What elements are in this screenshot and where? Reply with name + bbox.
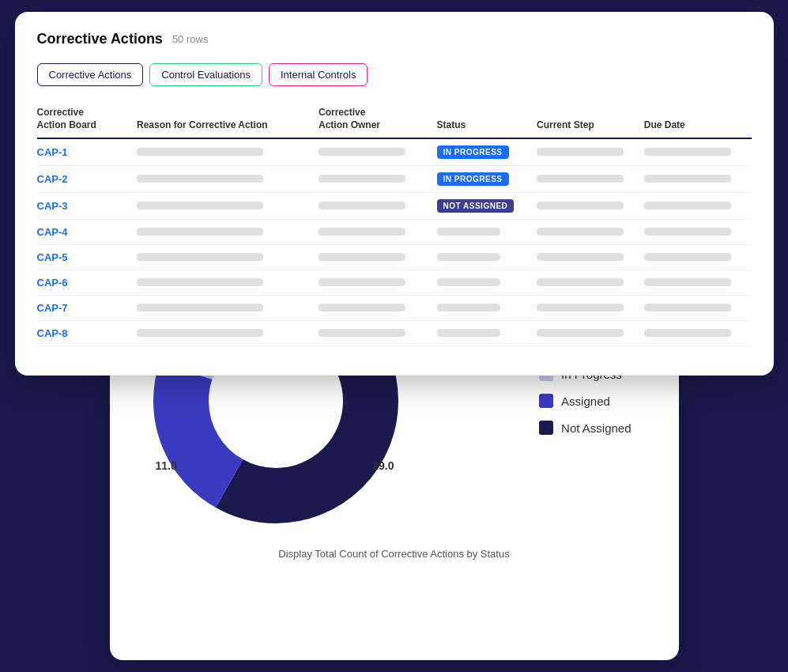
step-cell — [537, 193, 644, 220]
date-cell — [644, 220, 752, 245]
col-header-reason: Reason for Corrective Action — [137, 102, 319, 138]
step-cell — [537, 296, 644, 321]
table-row: CAP-3NOT ASSIGNED — [37, 193, 752, 220]
cap-link[interactable]: CAP-7 — [37, 302, 68, 314]
page-title: Corrective Actions — [37, 31, 163, 47]
status-badge: IN PROGRESS — [437, 145, 509, 159]
table-row: CAP-2IN PROGRESS — [37, 166, 752, 193]
swatch-notassigned — [539, 421, 553, 435]
reason-cell — [137, 296, 319, 321]
step-cell — [537, 245, 644, 270]
corrective-actions-table: CorrectiveAction Board Reason for Correc… — [37, 102, 752, 346]
legend-notassigned: Not Assigned — [539, 421, 631, 435]
cap-link[interactable]: CAP-1 — [37, 146, 68, 158]
col-header-owner: CorrectiveAction Owner — [319, 102, 437, 138]
status-cell — [437, 270, 537, 296]
table-row: CAP-5 — [37, 245, 752, 270]
status-cell — [437, 245, 537, 270]
date-cell — [644, 270, 752, 296]
row-count: 50 rows — [172, 33, 209, 45]
page-header: Corrective Actions 50 rows — [37, 31, 752, 47]
legend-label-notassigned: Not Assigned — [561, 421, 631, 435]
date-cell — [644, 245, 752, 270]
cap-link[interactable]: CAP-3 — [37, 200, 68, 212]
tabs-bar: Corrective Actions Control Evaluations I… — [37, 63, 752, 86]
chart-legend: In Progress Assigned Not Assigned — [539, 367, 631, 435]
legend-assigned: Assigned — [539, 394, 631, 408]
tab-corrective-actions[interactable]: Corrective Actions — [37, 63, 144, 86]
reason-cell — [137, 138, 319, 166]
step-cell — [537, 138, 644, 166]
cap-link[interactable]: CAP-5 — [37, 251, 68, 263]
reason-cell — [137, 245, 319, 270]
tab-internal-controls[interactable]: Internal Controls — [269, 63, 368, 86]
owner-cell — [319, 296, 437, 321]
tab-control-evaluations[interactable]: Control Evaluations — [149, 63, 262, 86]
legend-label-assigned: Assigned — [561, 395, 610, 408]
status-cell — [437, 296, 537, 321]
date-cell — [644, 296, 752, 321]
step-cell — [537, 166, 644, 193]
status-cell — [437, 220, 537, 245]
owner-cell — [319, 138, 437, 166]
cap-link[interactable]: CAP-8 — [37, 327, 68, 339]
table-row: CAP-8 — [37, 321, 752, 346]
owner-cell — [319, 270, 437, 296]
reason-cell — [137, 193, 319, 220]
reason-cell — [137, 220, 319, 245]
col-header-board: CorrectiveAction Board — [37, 102, 138, 138]
reason-cell — [137, 321, 319, 346]
date-cell — [644, 166, 752, 193]
date-cell — [644, 138, 752, 166]
cap-link[interactable]: CAP-4 — [37, 226, 68, 238]
step-cell — [537, 220, 644, 245]
col-header-status: Status — [437, 102, 537, 138]
table-row: CAP-1IN PROGRESS — [37, 138, 752, 166]
swatch-assigned — [539, 394, 553, 408]
chart-footer: Display Total Count of Corrective Action… — [141, 548, 647, 560]
owner-cell — [319, 245, 437, 270]
cap-link[interactable]: CAP-2 — [37, 173, 68, 185]
owner-cell — [319, 166, 437, 193]
status-cell: NOT ASSIGNED — [437, 193, 537, 220]
status-badge: NOT ASSIGNED — [437, 199, 515, 213]
col-header-date: Due Date — [644, 102, 752, 138]
owner-cell — [319, 321, 437, 346]
reason-cell — [137, 270, 319, 296]
label-assigned: 11.0 — [156, 459, 177, 472]
col-header-step: Current Step — [537, 102, 644, 138]
status-cell: IN PROGRESS — [437, 138, 537, 166]
status-badge: IN PROGRESS — [437, 172, 509, 186]
reason-cell — [137, 166, 319, 193]
table-card: Corrective Actions 50 rows Corrective Ac… — [15, 12, 774, 376]
date-cell — [644, 321, 752, 346]
table-row: CAP-4 — [37, 220, 752, 245]
table-row: CAP-7 — [37, 296, 752, 321]
label-notassigned: 29.0 — [372, 459, 394, 472]
owner-cell — [319, 220, 437, 245]
status-cell: IN PROGRESS — [437, 166, 537, 193]
date-cell — [644, 193, 752, 220]
cap-link[interactable]: CAP-6 — [37, 277, 68, 289]
status-cell — [437, 321, 537, 346]
owner-cell — [319, 193, 437, 220]
step-cell — [537, 270, 644, 296]
step-cell — [537, 321, 644, 346]
table-row: CAP-6 — [37, 270, 752, 296]
